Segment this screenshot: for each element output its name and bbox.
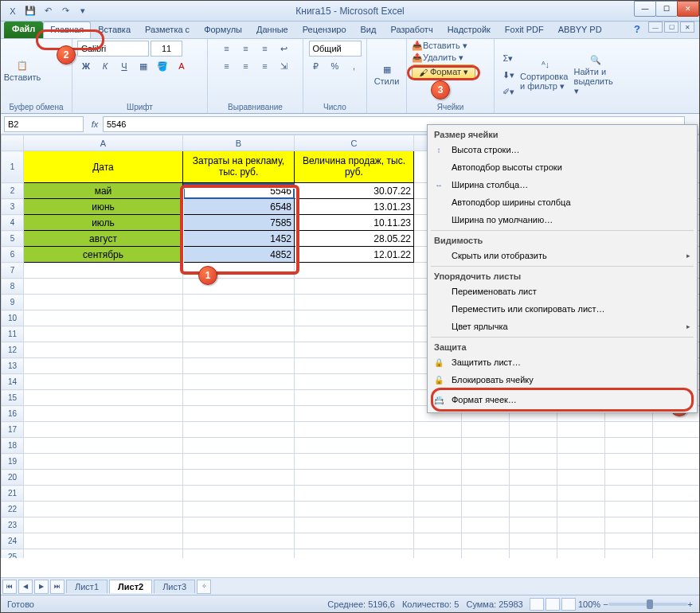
name-box[interactable]: B2: [4, 116, 84, 132]
zoom-in-button[interactable]: +: [688, 599, 693, 609]
fx-icon[interactable]: fx: [87, 119, 103, 129]
tab-file[interactable]: Файл: [4, 21, 43, 38]
cell[interactable]: [295, 486, 414, 502]
maximize-button[interactable]: ☐: [655, 1, 678, 17]
cell[interactable]: 30.07.22: [295, 183, 414, 199]
cell[interactable]: Затраты на рекламу, тыс. руб.: [183, 151, 295, 183]
row-header[interactable]: 6: [2, 247, 24, 263]
cell[interactable]: 13.01.23: [295, 199, 414, 215]
cell[interactable]: [183, 502, 295, 517]
cell[interactable]: [462, 502, 510, 517]
menu-tab-color[interactable]: Цвет ярлычка: [428, 318, 697, 335]
cell[interactable]: [183, 326, 295, 342]
comma-button[interactable]: ,: [346, 58, 363, 74]
font-name-combo[interactable]: Calibri: [77, 41, 149, 57]
styles-button[interactable]: ▦ Стили: [372, 49, 401, 102]
cell[interactable]: [24, 310, 183, 326]
redo-icon[interactable]: ↷: [58, 4, 72, 18]
cell[interactable]: [510, 502, 557, 517]
cell[interactable]: [295, 310, 414, 326]
menu-rename-sheet[interactable]: Переименовать лист: [428, 283, 697, 300]
cell[interactable]: [183, 295, 295, 310]
row-header[interactable]: 5: [2, 231, 24, 247]
cell[interactable]: [295, 502, 414, 517]
cell[interactable]: [183, 517, 295, 533]
currency-button[interactable]: ₽: [307, 58, 325, 74]
cell[interactable]: [183, 358, 295, 374]
cell[interactable]: [557, 549, 605, 559]
cell[interactable]: [605, 533, 653, 549]
menu-format-cells[interactable]: 📇Формат ячеек…: [428, 391, 697, 408]
cell[interactable]: [183, 486, 295, 502]
menu-protect-sheet[interactable]: 🔒Защитить лист…: [428, 353, 697, 371]
cell[interactable]: [653, 438, 700, 454]
cell[interactable]: [183, 374, 295, 390]
align-center-button[interactable]: ≡: [237, 58, 255, 74]
cell[interactable]: июль: [24, 215, 183, 231]
tab-abbyy[interactable]: ABBYY PD: [551, 21, 609, 38]
cell[interactable]: [24, 295, 183, 310]
cell[interactable]: [605, 454, 653, 470]
fill-button[interactable]: ⬇▾: [499, 68, 517, 84]
menu-hide-show[interactable]: Скрыть или отобразить: [428, 247, 697, 264]
cell[interactable]: 10.11.23: [295, 215, 414, 231]
cell[interactable]: [557, 454, 605, 470]
row-header[interactable]: 12: [2, 342, 24, 358]
cell[interactable]: [557, 438, 605, 454]
format-cells-button[interactable]: 🖌 Формат ▾: [412, 64, 475, 80]
menu-col-width[interactable]: ↔Ширина столбца…: [428, 176, 697, 193]
cell[interactable]: [183, 406, 295, 422]
menu-default-width[interactable]: Ширина по умолчанию…: [428, 211, 697, 228]
cell[interactable]: [653, 422, 700, 438]
cell[interactable]: 4852: [183, 247, 295, 263]
cell[interactable]: [295, 406, 414, 422]
cell[interactable]: [414, 454, 462, 470]
cell[interactable]: [183, 470, 295, 486]
cell[interactable]: [510, 549, 557, 559]
autosum-button[interactable]: Σ▾: [499, 51, 517, 67]
cell[interactable]: [462, 533, 510, 549]
row-header[interactable]: 7: [2, 263, 24, 279]
cell[interactable]: [462, 549, 510, 559]
cell[interactable]: [24, 470, 183, 486]
cell[interactable]: [414, 438, 462, 454]
cell[interactable]: [183, 310, 295, 326]
cell[interactable]: 6548: [183, 199, 295, 215]
row-header[interactable]: 20: [2, 470, 24, 486]
cell[interactable]: [24, 533, 183, 549]
cell[interactable]: Дата: [24, 151, 183, 183]
tab-view[interactable]: Вид: [354, 21, 384, 38]
menu-autofit-row[interactable]: Автоподбор высоты строки: [428, 158, 697, 176]
cell[interactable]: [414, 549, 462, 559]
cell[interactable]: [295, 549, 414, 559]
number-format-combo[interactable]: Общий: [309, 41, 362, 57]
cell[interactable]: [24, 374, 183, 390]
cell[interactable]: [295, 295, 414, 310]
cell[interactable]: [557, 517, 605, 533]
align-left-button[interactable]: ≡: [218, 58, 236, 74]
row-header[interactable]: 24: [2, 533, 24, 549]
undo-icon[interactable]: ↶: [41, 4, 55, 18]
cell[interactable]: [414, 533, 462, 549]
cell[interactable]: 5546: [183, 183, 295, 199]
doc-restore-button[interactable]: ☐: [664, 21, 678, 33]
view-layout-button[interactable]: [546, 598, 560, 611]
cell[interactable]: [24, 438, 183, 454]
cell[interactable]: [605, 470, 653, 486]
cell[interactable]: [295, 374, 414, 390]
tab-addins[interactable]: Надстройк: [440, 21, 498, 38]
cell[interactable]: [24, 454, 183, 470]
cell[interactable]: [24, 406, 183, 422]
row-header[interactable]: 19: [2, 454, 24, 470]
cell[interactable]: [414, 422, 462, 438]
cell[interactable]: [24, 486, 183, 502]
cell[interactable]: [414, 470, 462, 486]
row-header[interactable]: 11: [2, 326, 24, 342]
help-icon[interactable]: ?: [634, 23, 640, 35]
cell[interactable]: [295, 454, 414, 470]
fill-color-button[interactable]: 🪣: [154, 58, 171, 74]
sheet-nav-first[interactable]: ⏮: [2, 580, 17, 594]
cell[interactable]: [605, 549, 653, 559]
zoom-thumb[interactable]: [647, 599, 653, 609]
cell[interactable]: [557, 502, 605, 517]
